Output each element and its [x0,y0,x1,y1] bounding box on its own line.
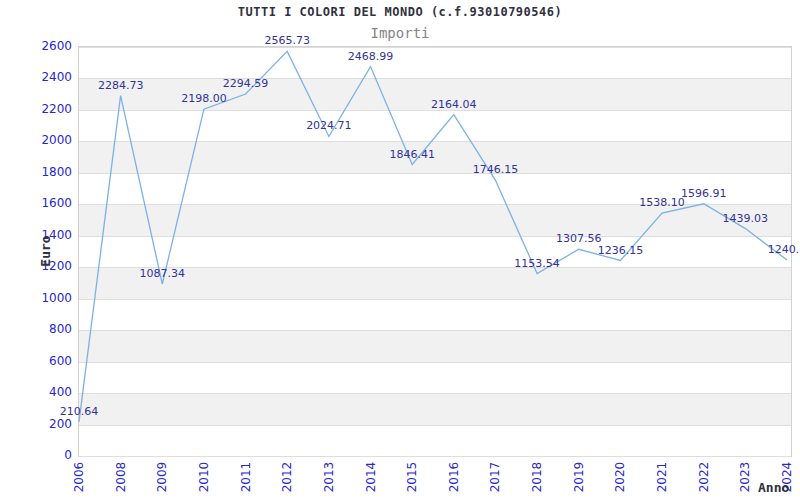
x-tick-label: 2015 [405,457,419,497]
data-point-label: 1153.54 [495,257,579,271]
data-point-label: 1240.1 [745,243,800,257]
x-tick-label: 2013 [322,457,336,497]
chart-title: TUTTI I COLORI DEL MONDO (c.f.9301079054… [0,5,800,19]
x-tick-label: 2019 [572,457,586,497]
gridline [79,236,791,237]
y-tick-label: 1000 [22,291,72,305]
gridline [79,47,791,48]
data-point-label: 2565.73 [245,34,329,48]
gridline [79,393,791,394]
data-point-label: 1746.15 [453,163,537,177]
y-tick-label: 2400 [22,70,72,84]
data-point-label: 1087.34 [120,267,204,281]
gridline [79,173,791,174]
x-tick-label: 2006 [72,457,86,497]
gridline [79,299,791,300]
x-tick-label: 2018 [530,457,544,497]
alt-band [79,393,791,424]
gridline [79,362,791,363]
x-tick-label: 2022 [697,457,711,497]
y-tick-label: 2000 [22,133,72,147]
y-axis-title: Euro [39,221,53,281]
y-tick-label: 2200 [22,102,72,116]
y-tick-label: 1600 [22,196,72,210]
data-point-label: 2468.99 [329,50,413,64]
gridline [79,456,791,457]
x-tick-label: 2023 [738,457,752,497]
data-point-label: 2284.73 [79,79,163,93]
x-tick-label: 2010 [197,457,211,497]
x-tick-label: 2021 [655,457,669,497]
y-tick-label: 600 [22,354,72,368]
y-tick-label: 1800 [22,165,72,179]
y-tick-label: 800 [22,322,72,336]
x-tick-label: 2016 [447,457,461,497]
gridline [79,330,791,331]
chart-subtitle: Importi [0,25,800,41]
x-tick-label: 2011 [239,457,253,497]
data-point-label: 210.64 [37,405,121,419]
y-tick-label: 0 [22,448,72,462]
x-tick-label: 2014 [364,457,378,497]
data-point-label: 1236.15 [578,244,662,258]
data-point-label: 1596.91 [662,187,746,201]
x-tick-label: 2012 [280,457,294,497]
data-point-label: 2024.71 [287,119,371,133]
data-point-label: 2198.00 [162,92,246,106]
x-axis-title: Anno [758,481,789,495]
gridline [79,141,791,142]
x-tick-label: 2009 [155,457,169,497]
chart-container: TUTTI I COLORI DEL MONDO (c.f.9301079054… [0,0,800,500]
data-point-label: 1439.03 [703,212,787,226]
alt-band [79,330,791,361]
x-tick-label: 2008 [114,457,128,497]
y-tick-label: 400 [22,385,72,399]
data-point-label: 1846.41 [370,148,454,162]
data-point-label: 2294.59 [204,77,288,91]
x-tick-label: 2020 [613,457,627,497]
gridline [79,78,791,79]
x-tick-label: 2017 [488,457,502,497]
gridline [79,425,791,426]
y-tick-label: 2600 [22,39,72,53]
data-point-label: 2164.04 [412,98,496,112]
